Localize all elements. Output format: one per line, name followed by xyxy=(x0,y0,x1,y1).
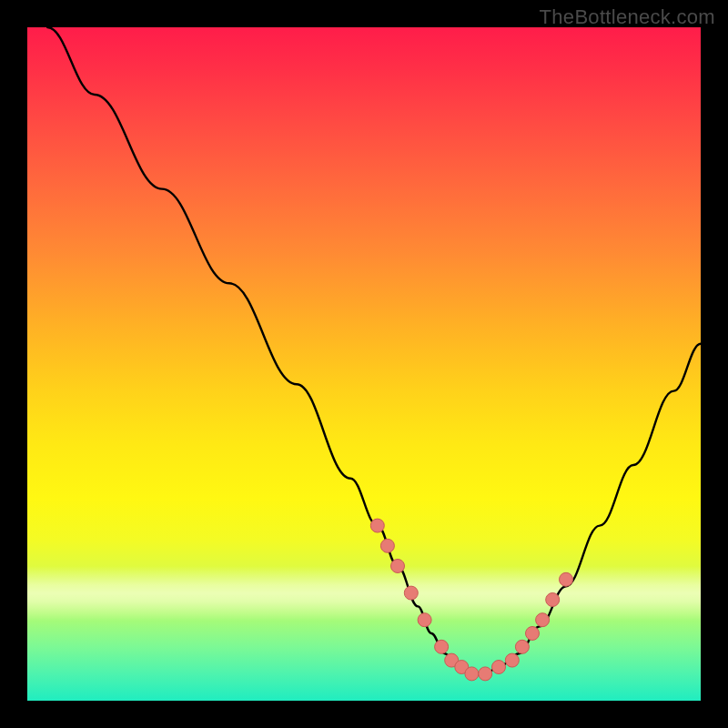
marker-dot xyxy=(435,640,449,653)
marker-dot xyxy=(404,586,418,600)
marker-dot xyxy=(465,667,479,681)
bottleneck-curve xyxy=(47,27,701,673)
marker-dot xyxy=(418,613,431,627)
marker-dot xyxy=(560,572,573,586)
plot-area xyxy=(27,27,701,701)
curve-layer xyxy=(27,27,701,701)
marker-dot xyxy=(479,667,492,681)
marker-dot xyxy=(515,640,529,653)
marker-dot xyxy=(526,627,540,641)
marker-dot xyxy=(536,613,550,627)
chart-stage: TheBottleneck.com xyxy=(0,0,728,728)
curve-markers xyxy=(370,519,572,681)
marker-dot xyxy=(380,539,394,552)
marker-dot xyxy=(505,653,519,667)
marker-dot xyxy=(370,519,384,532)
marker-dot xyxy=(546,593,560,607)
marker-dot xyxy=(492,661,506,674)
marker-dot xyxy=(391,560,405,573)
watermark-text: TheBottleneck.com xyxy=(540,5,715,29)
